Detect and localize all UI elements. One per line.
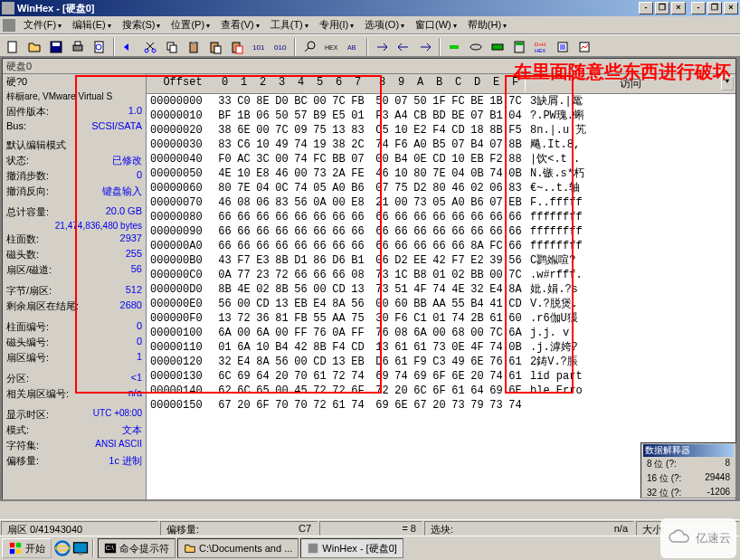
ascii-cell[interactable]: .w#rfff. — [525, 268, 583, 282]
byte-cell[interactable]: 1B — [487, 94, 506, 109]
quicklaunch-desktop-icon[interactable] — [71, 539, 90, 557]
byte-cell[interactable]: F6 — [392, 138, 411, 152]
header-byte-8[interactable]: 8 — [373, 76, 392, 91]
hex-row[interactable]: 000000B043F7E38BD186D6B106D2EE42F7E23956… — [147, 253, 735, 268]
hex-row[interactable]: 00000140626C65004572726F72206C6F6164696E… — [147, 384, 735, 398]
byte-cell[interactable]: 74 — [487, 369, 506, 384]
byte-cell[interactable]: 72 — [310, 384, 329, 398]
byte-cell[interactable]: 72 — [310, 398, 329, 413]
ascii-cell[interactable]: ffffffff — [525, 210, 583, 224]
byte-cell[interactable]: 66 — [348, 239, 367, 253]
ascii-cell[interactable]: N.镞.s*朽 — [525, 166, 584, 181]
byte-cell[interactable]: 3C — [253, 152, 272, 166]
byte-cell[interactable]: 00 — [310, 282, 329, 297]
byte-cell[interactable]: 69 — [234, 369, 253, 384]
byte-cell[interactable]: B6 — [468, 195, 487, 210]
byte-cell[interactable]: 8B — [310, 340, 329, 355]
byte-cell[interactable]: 66 — [430, 210, 449, 224]
byte-cell[interactable]: 56 — [272, 355, 291, 369]
hex-row[interactable]: 00000010BF1B065057B9E501F3A4CBBDBE07B104… — [147, 109, 735, 123]
byte-cell[interactable]: 50 — [411, 94, 430, 109]
byte-cell[interactable]: 06 — [253, 109, 272, 123]
byte-cell[interactable]: 7E — [430, 166, 449, 181]
byte-cell[interactable]: 32 — [215, 355, 234, 369]
byte-cell[interactable]: 66 — [253, 239, 272, 253]
byte-cell[interactable]: 32 — [468, 282, 487, 297]
hex-row[interactable]: 000000504E10E84600732AFE4610807E040B740B… — [147, 166, 735, 181]
close-doc-button[interactable]: × — [671, 2, 686, 14]
byte-cell[interactable]: 56 — [215, 297, 234, 311]
byte-cell[interactable]: 00 — [373, 297, 392, 311]
ascii-cell[interactable]: 3缺屑.|鼋 — [525, 94, 583, 109]
new-file-icon[interactable] — [3, 37, 23, 56]
byte-cell[interactable]: 61 — [392, 340, 411, 355]
hex-view[interactable]: Offset 0123456789ABCDEF 访问 ▼ 0000000033C… — [147, 74, 735, 499]
byte-cell[interactable]: 13 — [272, 297, 291, 311]
byte-cell[interactable]: 66 — [310, 239, 329, 253]
byte-cell[interactable]: 66 — [411, 224, 430, 239]
hex-row[interactable]: 00000110016A10B4428BF4CD136161730E4F740B… — [147, 340, 735, 355]
byte-cell[interactable]: E4 — [487, 282, 506, 297]
header-byte-9[interactable]: 9 — [392, 76, 411, 91]
byte-cell[interactable]: 66 — [506, 210, 525, 224]
byte-cell[interactable]: 6F — [430, 369, 449, 384]
byte-cell[interactable]: D1 — [291, 253, 310, 268]
byte-cell[interactable]: 1B — [234, 109, 253, 123]
byte-cell[interactable]: 0A — [310, 195, 329, 210]
byte-cell[interactable]: 72 — [272, 268, 291, 282]
byte-cell[interactable]: 62 — [215, 384, 234, 398]
byte-cell[interactable]: 00 — [291, 166, 310, 181]
byte-cell[interactable]: 00 — [430, 326, 449, 340]
byte-cell[interactable]: 56 — [348, 297, 367, 311]
byte-cell[interactable]: 74 — [291, 138, 310, 152]
byte-cell[interactable]: 61 — [506, 369, 525, 384]
byte-cell[interactable]: 77 — [234, 268, 253, 282]
byte-cell[interactable]: B9 — [310, 109, 329, 123]
byte-cell[interactable]: 09 — [291, 123, 310, 138]
menu-edit[interactable]: 编辑(E)▾ — [67, 16, 117, 33]
byte-cell[interactable]: 8E — [253, 94, 272, 109]
byte-cell[interactable]: 2B — [468, 311, 487, 326]
byte-cell[interactable]: 4E — [215, 166, 234, 181]
byte-cell[interactable]: 2A — [329, 166, 348, 181]
byte-cell[interactable]: 74 — [348, 398, 367, 413]
byte-cell[interactable]: B4 — [272, 340, 291, 355]
byte-cell[interactable]: 66 — [215, 224, 234, 239]
byte-cell[interactable]: 69 — [373, 398, 392, 413]
byte-cell[interactable]: 8B — [215, 282, 234, 297]
byte-cell[interactable]: 7C — [506, 94, 525, 109]
byte-cell[interactable]: 45 — [291, 384, 310, 398]
ascii-cell[interactable]: ble Erro — [525, 384, 583, 398]
header-byte-F[interactable]: F — [506, 76, 525, 91]
byte-cell[interactable]: BC — [291, 94, 310, 109]
byte-cell[interactable]: CD — [348, 340, 367, 355]
byte-cell[interactable]: AA — [329, 311, 348, 326]
byte-cell[interactable]: B4 — [468, 138, 487, 152]
byte-cell[interactable]: 0C — [272, 181, 291, 195]
byte-cell[interactable]: 51 — [392, 282, 411, 297]
hex-row[interactable]: 0000015067206F7070726174696E672073797374 — [147, 398, 735, 413]
byte-cell[interactable]: 0E — [449, 340, 468, 355]
find-hex-icon[interactable]: HEX — [321, 37, 341, 56]
byte-cell[interactable]: 00 — [373, 152, 392, 166]
byte-cell[interactable]: 00 — [392, 195, 411, 210]
byte-cell[interactable]: 4E — [234, 282, 253, 297]
ascii-cell[interactable]: .r6伽U猨 — [525, 311, 578, 326]
ascii-dropdown-icon[interactable]: ▼ — [721, 76, 734, 90]
byte-cell[interactable]: 66 — [234, 239, 253, 253]
byte-cell[interactable]: 60 — [392, 297, 411, 311]
byte-cell[interactable]: 66 — [506, 239, 525, 253]
byte-cell[interactable]: E8 — [348, 195, 367, 210]
byte-cell[interactable]: 66 — [272, 239, 291, 253]
byte-cell[interactable]: 20 — [430, 398, 449, 413]
menu-file[interactable]: 文件(F)▾ — [18, 16, 67, 33]
byte-cell[interactable]: 66 — [215, 239, 234, 253]
hex-row[interactable]: 000000D08B4E028B5600CD1373514F744E32E48A… — [147, 282, 735, 297]
open-file-icon[interactable] — [24, 37, 44, 56]
byte-cell[interactable]: 6C — [234, 384, 253, 398]
byte-cell[interactable]: F2 — [487, 152, 506, 166]
byte-cell[interactable]: 66 — [392, 224, 411, 239]
byte-cell[interactable]: 66 — [310, 224, 329, 239]
maximize-button[interactable]: ❐ — [707, 2, 722, 14]
hex-row[interactable]: 00000040F0AC3C0074FCBB0700B40ECD10EBF288… — [147, 152, 735, 166]
